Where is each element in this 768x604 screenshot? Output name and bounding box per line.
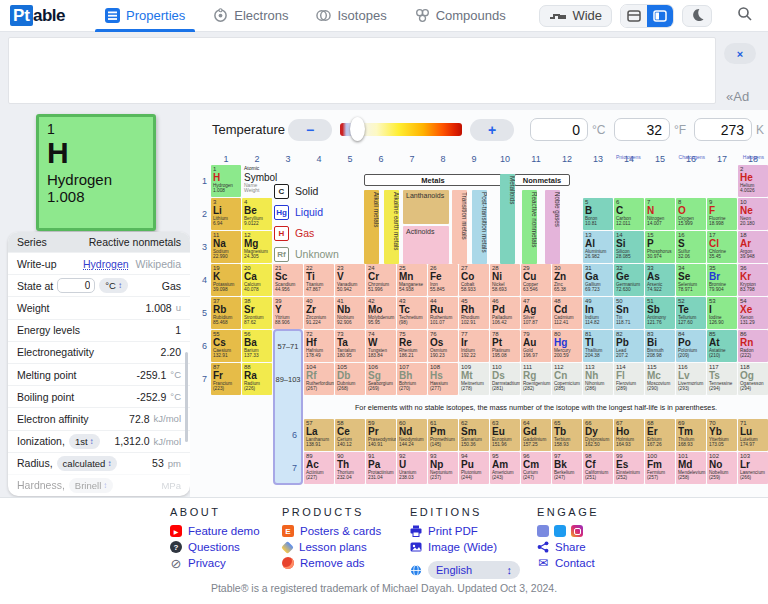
element-tile-Fe[interactable]: 26FeIron55.845	[428, 264, 458, 296]
element-tile-Sg[interactable]: 106SgSeaborgium(269)	[366, 363, 396, 395]
element-tile-Eu[interactable]: 63EuEuropium151.96	[490, 419, 520, 451]
element-tile-In[interactable]: 49InIndium114.82	[583, 297, 613, 329]
property-select[interactable]: °C↕	[99, 278, 128, 293]
element-tile-Ho[interactable]: 67HoHolmium164.93	[614, 419, 644, 451]
dark-mode-button[interactable]	[682, 5, 712, 27]
element-tile-Ra[interactable]: 88RaRadium(226)	[242, 363, 272, 395]
element-tile-At[interactable]: 85AtAstatine(210)	[707, 330, 737, 362]
element-tile-Os[interactable]: 76OsOsmium190.23	[428, 330, 458, 362]
element-tile-Og[interactable]: 118OgOganesson(294)	[738, 363, 768, 395]
element-tile-Hg[interactable]: 80HgMercury200.59	[552, 330, 582, 362]
element-tile-Rh[interactable]: 45RhRhodium102.91	[459, 297, 489, 329]
element-tile-Bh[interactable]: 107BhBohrium(270)	[397, 363, 427, 395]
element-tile-Tm[interactable]: 69TmThulium168.93	[676, 419, 706, 451]
element-tile-Md[interactable]: 101MdMendelevium(258)	[676, 452, 706, 484]
celsius-input[interactable]	[530, 118, 588, 141]
element-tile-Mg[interactable]: 12MgMagnesium24.305	[242, 231, 272, 263]
element-tile-Ce[interactable]: 58CeCerium140.12	[335, 419, 365, 451]
element-tile-Cn[interactable]: 112CnCopernicium(285)	[552, 363, 582, 395]
element-tile-Ge[interactable]: 32GeGermanium72.630	[614, 264, 644, 296]
fblock-range-tile[interactable]: 57–71	[273, 330, 303, 362]
element-tile-B[interactable]: 5BBoron10.81	[583, 198, 613, 230]
kelvin-input[interactable]	[694, 118, 752, 141]
element-tile-Hf[interactable]: 72HfHafnium178.49	[304, 330, 334, 362]
element-tile-Br[interactable]: 35BrBromine79.904	[707, 264, 737, 296]
element-tile-Ts[interactable]: 117TsTennessine(294)	[707, 363, 737, 395]
element-tile-Mt[interactable]: 109MtMeitnerium(278)	[459, 363, 489, 395]
element-tile-Cd[interactable]: 48CdCadmium112.41	[552, 297, 582, 329]
element-tile-Na[interactable]: 11NaSodium22.990	[211, 231, 241, 263]
element-tile-Db[interactable]: 105DbDubnium(268)	[335, 363, 365, 395]
element-tile-Mn[interactable]: 25MnManganese54.938	[397, 264, 427, 296]
language-select[interactable]: English↕	[428, 561, 520, 579]
element-tile-S[interactable]: 16SSulfur32.06	[676, 231, 706, 263]
element-tile-Cr[interactable]: 24CrChromium51.996	[366, 264, 396, 296]
element-tile-Lu[interactable]: 71LuLutetium174.97	[738, 419, 768, 451]
element-tile-Co[interactable]: 27CoCobalt58.933	[459, 264, 489, 296]
element-tile-Fl[interactable]: 114FlFlerovium(289)	[614, 363, 644, 395]
element-tile-Lr[interactable]: 103LrLawrencium(266)	[738, 452, 768, 484]
property-select[interactable]: 1st↕	[69, 434, 100, 449]
element-tile-Er[interactable]: 68ErErbium167.26	[645, 419, 675, 451]
element-tile-U[interactable]: 92UUranium238.03	[397, 452, 427, 484]
fahrenheit-input[interactable]	[614, 118, 670, 141]
element-tile-Sc[interactable]: 21ScScandium44.956	[273, 264, 303, 296]
element-tile-Tl[interactable]: 81TlThallium204.38	[583, 330, 613, 362]
element-tile-Ag[interactable]: 47AgSilver107.87	[521, 297, 551, 329]
temperature-plus-button[interactable]: +	[470, 119, 514, 141]
temperature-minus-button[interactable]: −	[288, 119, 332, 141]
footer-link-questions[interactable]: ?Questions	[170, 541, 282, 553]
element-tile-Tb[interactable]: 65TbTerbium158.93	[552, 419, 582, 451]
element-tile-Nd[interactable]: 60NdNeodymium144.24	[397, 419, 427, 451]
writeup-link[interactable]: Hydrogen	[83, 258, 129, 270]
element-tile-Cu[interactable]: 29CuCopper63.546	[521, 264, 551, 296]
tab-isotopes[interactable]: Isotopes	[302, 0, 400, 32]
footer-link-lesson-plans[interactable]: Lesson plans	[282, 541, 410, 553]
element-tile-Si[interactable]: 14SiSilicon28.085	[614, 231, 644, 263]
discord-icon[interactable]	[537, 525, 549, 537]
element-tile-Bk[interactable]: 97BkBerkelium(247)	[552, 452, 582, 484]
element-tile-Gd[interactable]: 64GdGadolinium157.25	[521, 419, 551, 451]
sidebar-scrollbar[interactable]	[185, 352, 188, 442]
element-tile-Tc[interactable]: 43TcTechnetium(98)	[397, 297, 427, 329]
element-tile-Sr[interactable]: 38SrStrontium87.62	[242, 297, 272, 329]
instagram-icon[interactable]	[571, 525, 583, 537]
element-tile-Fm[interactable]: 100FmFermium(257)	[645, 452, 675, 484]
element-tile-Rg[interactable]: 111RgRoentgenium(282)	[521, 363, 551, 395]
element-tile-Sn[interactable]: 50SnTin118.71	[614, 297, 644, 329]
layout-sidebar-split-icon[interactable]	[647, 5, 673, 27]
element-tile-W[interactable]: 74WTungsten183.84	[366, 330, 396, 362]
element-tile-Cm[interactable]: 96CmCurium(247)	[521, 452, 551, 484]
footer-link-feature-demo[interactable]: ▶Feature demo	[170, 525, 282, 537]
element-tile-Lv[interactable]: 116LvLivermorium(293)	[676, 363, 706, 395]
element-tile-Al[interactable]: 13AlAluminium26.982	[583, 231, 613, 263]
element-tile-Rf[interactable]: 104RfRutherfordium(267)	[304, 363, 334, 395]
ad-close-button[interactable]: ×	[724, 43, 756, 64]
element-tile-Bi[interactable]: 83BiBismuth208.98	[645, 330, 675, 362]
element-tile-Rn[interactable]: 86RnRadon(222)	[738, 330, 768, 362]
element-tile-Pd[interactable]: 46PdPalladium106.42	[490, 297, 520, 329]
element-tile-Mo[interactable]: 42MoMolybdenum95.95	[366, 297, 396, 329]
element-tile-F[interactable]: 9FFluorine18.998	[707, 198, 737, 230]
element-tile-Pt[interactable]: 78PtPlatinum195.08	[490, 330, 520, 362]
element-tile-Ga[interactable]: 31GaGallium69.723	[583, 264, 613, 296]
element-tile-Ru[interactable]: 44RuRuthenium101.07	[428, 297, 458, 329]
element-tile-Zn[interactable]: 30ZnZinc65.38	[552, 264, 582, 296]
element-tile-Pb[interactable]: 82PbLead207.2	[614, 330, 644, 362]
element-tile-Ds[interactable]: 110DsDarmstadtium(281)	[490, 363, 520, 395]
search-button[interactable]	[734, 5, 756, 27]
element-tile-Pr[interactable]: 59PrPraseodymium140.91	[366, 419, 396, 451]
property-select[interactable]: calculated↕	[57, 456, 118, 471]
element-tile-Ne[interactable]: 10NeNeon20.180	[738, 198, 768, 230]
element-tile-Pm[interactable]: 61PmPromethium(145)	[428, 419, 458, 451]
element-tile-Rb[interactable]: 37RbRubidium85.468	[211, 297, 241, 329]
element-tile-Es[interactable]: 99EsEinsteinium(252)	[614, 452, 644, 484]
element-tile-Cl[interactable]: 17ClChlorine35.45	[707, 231, 737, 263]
footer-link-share[interactable]: Share	[537, 541, 657, 553]
element-tile-Hs[interactable]: 108HsHassium(277)	[428, 363, 458, 395]
element-tile-Li[interactable]: 3LiLithium6.94	[211, 198, 241, 230]
element-tile-K[interactable]: 19KPotassium39.098	[211, 264, 241, 296]
footer-link-image-wide-[interactable]: Image (Wide)	[410, 541, 537, 553]
layout-horizontal-split-icon[interactable]	[621, 5, 647, 27]
footer-link-privacy[interactable]: ⊘Privacy	[170, 557, 282, 569]
